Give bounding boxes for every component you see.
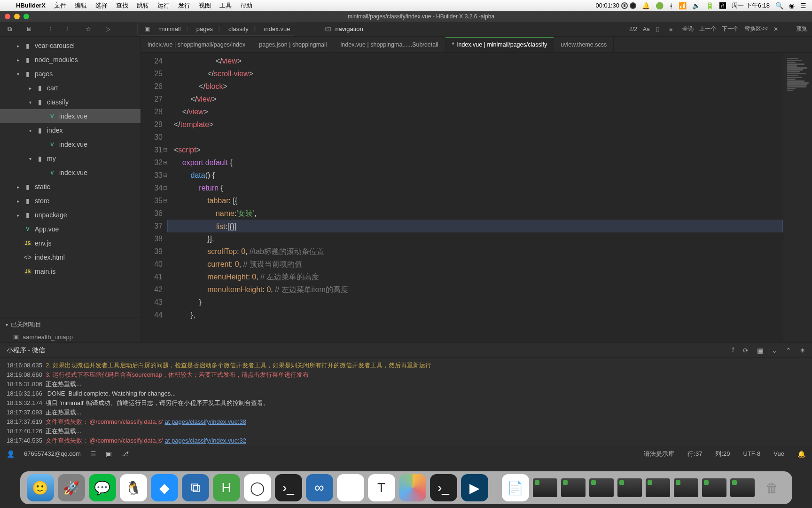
tree-item-App.vue[interactable]: VApp.vue — [0, 222, 141, 236]
menu-select[interactable]: 选择 — [95, 1, 108, 10]
maximize-window-icon[interactable] — [23, 14, 29, 19]
dock-launchpad-icon[interactable]: 🚀 — [58, 474, 85, 501]
status-col[interactable]: 列:29 — [715, 450, 730, 458]
console-collapse-down-icon[interactable]: ⌄ — [772, 347, 777, 354]
code-line[interactable]: </template> — [174, 118, 783, 131]
chevron-icon[interactable]: ▸ — [17, 213, 23, 218]
dock-app3-icon[interactable]: ▶ — [461, 474, 488, 501]
line-number[interactable]: 26 — [141, 80, 163, 93]
siri-icon[interactable]: ◉ — [789, 2, 795, 9]
tree-item-cart[interactable]: ▸▮cart — [0, 81, 141, 95]
console-line[interactable]: 18:16:31.806 正在热重载... — [7, 380, 805, 389]
code-line[interactable]: menuHeight: 0, // 左边菜单的高度 — [174, 270, 783, 283]
find-prev[interactable]: 上一个 — [699, 25, 716, 33]
console-line[interactable]: 18:16:32.166 DONE Build complete. Watchi… — [7, 389, 805, 398]
code-line[interactable]: }, — [174, 309, 783, 321]
tree-item-classify[interactable]: ▾▮classify — [0, 95, 141, 109]
line-number[interactable]: 37 — [141, 220, 163, 232]
line-number[interactable]: 27 — [141, 93, 163, 105]
file-tree[interactable]: ▸▮vear-carousel▸▮node_modules▾▮pages▸▮ca… — [0, 37, 141, 317]
run-icon[interactable]: ▷ — [103, 24, 113, 34]
line-number[interactable]: 43 — [141, 296, 163, 309]
console-line[interactable]: 18:17:37.619 文件查找失败：'@/common/classify.d… — [7, 417, 805, 427]
line-number[interactable]: 35⊟ — [141, 194, 163, 207]
dock-wechat-devtool-icon[interactable]: ∞ — [306, 474, 333, 501]
crumb-folder2[interactable]: classify — [228, 25, 249, 32]
tree-item-unpackage[interactable]: ▸▮unpackage — [0, 208, 141, 222]
console-reload-icon[interactable]: ⟳ — [743, 347, 749, 354]
code-line[interactable]: <script> — [174, 143, 783, 156]
status-syntax[interactable]: 语法提示库 — [644, 450, 674, 458]
status-encoding[interactable]: UTF-8 — [743, 450, 761, 457]
battery-icon[interactable]: 🔋 — [706, 2, 714, 9]
menu-run[interactable]: 运行 — [157, 1, 170, 10]
find-next[interactable]: 下一个 — [722, 25, 739, 33]
find-input-area[interactable]: ⁞⊡ navigation — [324, 25, 619, 32]
fold-icon[interactable]: ⊟ — [163, 156, 167, 169]
menu-publish[interactable]: 发行 — [178, 1, 190, 10]
tree-item-index.vue[interactable]: Vindex.vue — [0, 137, 141, 151]
crumb-file[interactable]: index.vue — [264, 25, 290, 32]
code-line[interactable]: }], — [174, 232, 783, 245]
line-number[interactable]: 40 — [141, 258, 163, 270]
dock-minimized-window-5[interactable] — [646, 478, 670, 497]
dock-pages-icon[interactable]: 📄 — [502, 474, 529, 501]
menu-view[interactable]: 视图 — [199, 1, 211, 10]
chevron-icon[interactable]: ▾ — [29, 100, 36, 105]
bluetooth-icon[interactable]: ᚼ — [669, 2, 673, 9]
code-line[interactable]: </view> — [174, 93, 783, 105]
app-name[interactable]: HBuilderX — [16, 2, 46, 9]
code-line[interactable]: data() { — [174, 169, 783, 182]
chevron-icon[interactable]: ▸ — [17, 57, 23, 63]
console-title[interactable]: 小程序 - 微信 — [7, 346, 45, 355]
chevron-icon[interactable]: ▸ — [17, 43, 23, 48]
minimize-window-icon[interactable] — [14, 14, 20, 19]
dock-minimized-window-4[interactable] — [617, 478, 642, 497]
console-line[interactable]: 18:17:40.535 文件查找失败：'@/common/classify.d… — [7, 436, 805, 445]
menu-file[interactable]: 文件 — [54, 1, 66, 10]
new-file-icon[interactable]: 🗎 — [24, 24, 34, 34]
console-link[interactable]: at pages/classify/index.vue:38 — [165, 418, 246, 425]
console-line[interactable]: 18:17:37.093 正在热重载... — [7, 408, 805, 417]
search-value[interactable]: navigation — [335, 25, 363, 32]
code-line[interactable]: </view> — [174, 55, 783, 67]
menu-help[interactable]: 帮助 — [240, 1, 252, 10]
record-pause-icon[interactable] — [621, 2, 628, 9]
line-number[interactable]: 42 — [141, 283, 163, 296]
fold-icon[interactable]: ⊟ — [163, 169, 167, 182]
chevron-icon[interactable]: ▸ — [17, 198, 23, 204]
wechat-tray-icon[interactable]: 🟢 — [656, 2, 664, 9]
console-close-icon[interactable]: ✶ — [800, 347, 805, 354]
tree-item-my[interactable]: ▾▮my — [0, 151, 141, 166]
find-select-all[interactable]: 全选 — [682, 25, 694, 33]
code-line[interactable]: tabbar: [{ — [174, 194, 783, 207]
dock-iterm-icon[interactable]: ›_ — [430, 474, 457, 501]
dock-minimized-window-7[interactable] — [702, 478, 726, 497]
dock-minimized-window-6[interactable] — [674, 478, 698, 497]
status-bell-icon[interactable]: 🔔 — [797, 450, 805, 458]
dock-chrome-icon[interactable]: ◯ — [244, 474, 271, 501]
spotlight-icon[interactable]: 🔍 — [775, 2, 783, 9]
dock-minimized-window-1[interactable] — [533, 478, 557, 497]
minimap[interactable] — [783, 53, 812, 342]
status-git-icon[interactable]: ⎇ — [121, 450, 129, 458]
status-user[interactable]: 676557432@qq.com — [24, 450, 81, 457]
menu-edit[interactable]: 编辑 — [75, 1, 87, 10]
code-line[interactable]: name:'女装', — [174, 207, 783, 220]
dock-qq-icon[interactable]: 🐧 — [120, 474, 147, 501]
console-line[interactable]: 18:16:32.174 项目 'minimall' 编译成功。前端运行日志，请… — [7, 398, 805, 408]
tree-item-main.is[interactable]: JSmain.is — [0, 264, 141, 278]
dock-app2-icon[interactable] — [399, 474, 426, 501]
menu-find[interactable]: 查找 — [116, 1, 128, 10]
status-lang[interactable]: Vue — [773, 450, 784, 457]
tree-item-vear-carousel[interactable]: ▸▮vear-carousel — [0, 39, 141, 53]
chevron-icon[interactable]: ▸ — [29, 86, 36, 91]
volume-icon[interactable]: 🔈 — [692, 2, 700, 9]
dock-minimized-window-8[interactable] — [730, 478, 755, 497]
find-close-icon[interactable]: ✕ — [773, 26, 781, 32]
nav-forward-icon[interactable]: 〉 — [64, 24, 73, 34]
status-terminal-icon[interactable]: ▣ — [106, 450, 112, 458]
line-number[interactable]: 31⊟ — [141, 143, 163, 156]
code-line[interactable]: list:[{}] — [167, 220, 783, 232]
user-icon[interactable]: 👤 — [7, 450, 15, 458]
